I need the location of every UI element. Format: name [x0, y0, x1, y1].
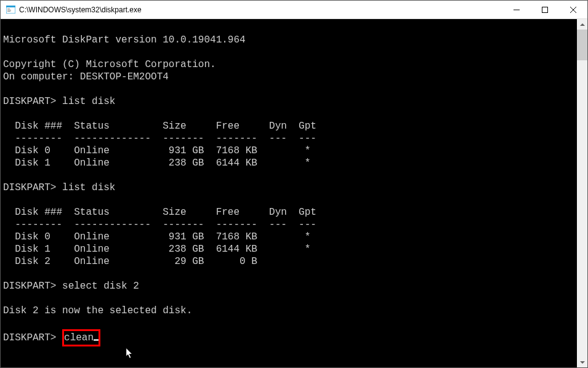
prompt-line: DISKPART> list disk	[3, 95, 577, 108]
blank-line	[3, 108, 577, 120]
terminal-output[interactable]: Microsoft DiskPart version 10.0.19041.96…	[1, 19, 577, 367]
window-controls	[502, 1, 587, 18]
table-header: Disk ### Status Size Free Dyn Gpt	[3, 206, 577, 218]
prompt-text: DISKPART>	[3, 281, 56, 292]
prompt-text: DISKPART>	[3, 96, 56, 107]
svg-rect-6	[542, 7, 548, 12]
table-row: Disk 1 Online 238 GB 6144 KB *	[3, 243, 577, 255]
command-text: clean	[64, 332, 94, 343]
prompt-line: DISKPART> list disk	[3, 182, 577, 194]
titlebar[interactable]: C:\WINDOWS\system32\diskpart.exe	[1, 1, 587, 19]
blank-line	[3, 194, 577, 206]
table-row: Disk 2 Online 29 GB 0 B	[3, 255, 577, 268]
command-text: list disk	[62, 182, 115, 193]
maximize-button[interactable]	[531, 1, 559, 18]
copyright-line: Copyright (C) Microsoft Corporation.	[3, 58, 577, 71]
blank-line	[3, 22, 577, 34]
vertical-scrollbar[interactable]	[577, 19, 587, 367]
highlighted-command: clean	[62, 329, 100, 346]
minimize-button[interactable]	[502, 1, 531, 18]
version-line: Microsoft DiskPart version 10.0.19041.96…	[3, 34, 577, 46]
blank-line	[3, 46, 577, 58]
table-row: Disk 1 Online 238 GB 6144 KB *	[3, 157, 577, 169]
svg-marker-9	[580, 23, 585, 26]
terminal-area: Microsoft DiskPart version 10.0.19041.96…	[1, 19, 587, 367]
svg-rect-4	[7, 11, 10, 12]
result-line: Disk 2 is now the selected disk.	[3, 305, 577, 317]
blank-line	[3, 268, 577, 280]
close-button[interactable]	[559, 1, 587, 18]
command-text: select disk 2	[62, 281, 139, 292]
prompt-text: DISKPART>	[3, 332, 56, 343]
blank-line	[3, 317, 577, 329]
table-divider: -------- ------------- ------- ------- -…	[3, 218, 577, 231]
scroll-down-arrow-icon[interactable]	[577, 357, 587, 367]
text-cursor	[94, 339, 99, 341]
app-icon	[6, 5, 15, 15]
blank-line	[3, 169, 577, 182]
table-divider: -------- ------------- ------- ------- -…	[3, 132, 577, 145]
blank-line	[3, 292, 577, 305]
svg-marker-10	[580, 361, 585, 364]
table-row: Disk 0 Online 931 GB 7168 KB *	[3, 231, 577, 243]
window-frame: C:\WINDOWS\system32\diskpart.exe Microso…	[0, 0, 588, 368]
computer-line: On computer: DESKTOP-EM2OOT4	[3, 71, 577, 83]
svg-rect-2	[7, 9, 10, 9]
table-header: Disk ### Status Size Free Dyn Gpt	[3, 120, 577, 132]
prompt-line: DISKPART> clean	[3, 329, 577, 346]
svg-rect-3	[7, 10, 11, 10]
command-text: list disk	[62, 96, 115, 107]
scroll-thumb[interactable]	[577, 30, 587, 60]
scroll-up-arrow-icon[interactable]	[577, 19, 587, 30]
blank-line	[3, 83, 577, 95]
prompt-line: DISKPART> select disk 2	[3, 280, 577, 292]
svg-rect-1	[6, 6, 15, 7]
window-title: C:\WINDOWS\system32\diskpart.exe	[19, 6, 502, 14]
prompt-text: DISKPART>	[3, 182, 56, 193]
table-row: Disk 0 Online 931 GB 7168 KB *	[3, 145, 577, 157]
